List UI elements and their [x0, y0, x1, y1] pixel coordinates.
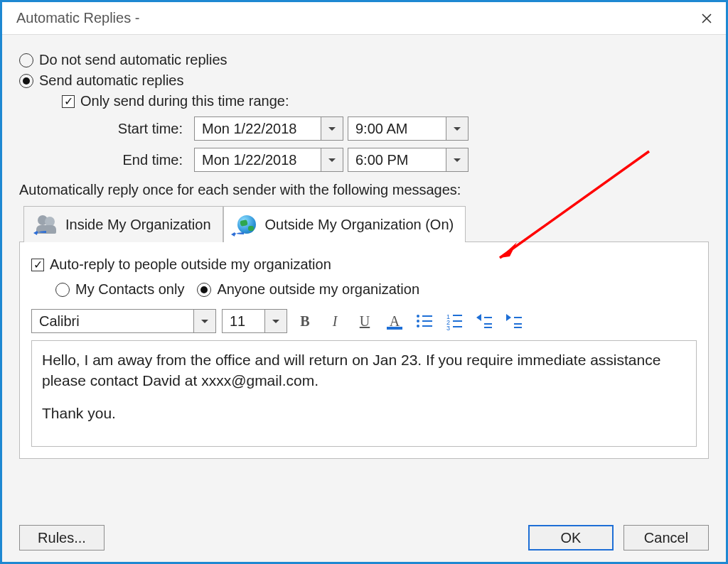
message-body: Hello, I am away from the office and wil…	[42, 349, 686, 391]
dialog-content: Do not send automatic replies Send autom…	[2, 35, 726, 459]
cancel-button-label: Cancel	[644, 530, 688, 546]
window-title: Automatic Replies -	[16, 10, 139, 26]
ok-button[interactable]: OK	[528, 525, 614, 551]
titlebar: Automatic Replies -	[2, 2, 726, 35]
do-not-send-option[interactable]: Do not send automatic replies	[19, 52, 709, 68]
ok-button-label: OK	[561, 530, 582, 546]
only-range-label: Only send during this time range:	[80, 93, 289, 109]
checkbox-icon	[31, 259, 44, 271]
font-family-value: Calibri	[32, 310, 194, 332]
close-button[interactable]	[692, 6, 722, 31]
numbered-list-button[interactable]: 1 2 3	[442, 309, 466, 333]
chevron-down-icon	[194, 310, 215, 332]
chevron-down-icon	[321, 117, 343, 140]
tab-outside-organization[interactable]: Outside My Organization (On)	[223, 206, 466, 242]
cancel-button[interactable]: Cancel	[623, 525, 709, 551]
start-date-dropdown[interactable]: Mon 1/22/2018	[194, 116, 343, 141]
only-send-range-checkbox[interactable]: Only send during this time range:	[62, 93, 709, 109]
format-toolbar: Calibri 11 B I U A	[31, 309, 697, 333]
do-not-send-label: Do not send automatic replies	[39, 52, 228, 68]
start-date-value: Mon 1/22/2018	[195, 117, 321, 140]
chevron-down-icon	[265, 310, 287, 332]
radio-icon	[19, 74, 33, 88]
time-range-grid: Start time: Mon 1/22/2018 9:00 AM End ti…	[97, 116, 709, 172]
chevron-down-icon	[446, 117, 468, 140]
chevron-down-icon	[446, 148, 468, 171]
end-time-label: End time:	[97, 152, 190, 168]
auto-reply-outside-label: Auto-reply to people outside my organiza…	[50, 256, 331, 273]
my-contacts-only-option[interactable]: My Contacts only	[55, 281, 184, 298]
tabs-header: Inside My Organization Outside My Organi…	[23, 205, 709, 242]
send-automatic-replies-option[interactable]: Send automatic replies	[19, 72, 709, 89]
font-color-button[interactable]: A	[382, 309, 407, 333]
tab-inside-label: Inside My Organization	[65, 217, 211, 233]
font-color-a-icon: A	[390, 314, 400, 328]
italic-button[interactable]: I	[323, 309, 347, 333]
people-icon	[36, 214, 58, 235]
message-signoff: Thank you.	[42, 403, 686, 423]
end-date-value: Mon 1/22/2018	[195, 148, 321, 171]
font-size-dropdown[interactable]: 11	[222, 309, 287, 333]
checkbox-icon	[62, 95, 75, 108]
end-time-value: 6:00 PM	[348, 148, 446, 171]
radio-icon	[55, 283, 70, 297]
button-bar: Rules... OK Cancel	[19, 525, 709, 551]
close-icon	[701, 13, 712, 24]
anyone-outside-option[interactable]: Anyone outside my organization	[197, 281, 419, 298]
increase-indent-button[interactable]	[502, 309, 526, 333]
tabs-container: Inside My Organization Outside My Organi…	[19, 205, 709, 459]
end-date-dropdown[interactable]: Mon 1/22/2018	[194, 148, 343, 172]
start-time-value: 9:00 AM	[348, 117, 446, 140]
send-label: Send automatic replies	[39, 72, 183, 89]
globe-icon	[235, 214, 258, 235]
tab-outside-label: Outside My Organization (On)	[265, 217, 454, 233]
message-editor[interactable]: Hello, I am away from the office and wil…	[31, 340, 697, 447]
font-family-dropdown[interactable]: Calibri	[31, 309, 216, 333]
anyone-outside-label: Anyone outside my organization	[217, 281, 419, 298]
font-size-value: 11	[223, 310, 265, 332]
tab-panel-outside: Auto-reply to people outside my organiza…	[19, 242, 709, 459]
decrease-indent-button[interactable]	[472, 309, 496, 333]
outside-scope-group: My Contacts only Anyone outside my organ…	[55, 277, 697, 302]
automatic-replies-dialog: Automatic Replies - Do not send automati…	[0, 0, 728, 564]
my-contacts-only-label: My Contacts only	[75, 281, 184, 298]
end-time-dropdown[interactable]: 6:00 PM	[348, 148, 469, 172]
chevron-down-icon	[321, 148, 343, 171]
bulleted-list-button[interactable]	[412, 309, 437, 333]
start-time-label: Start time:	[97, 121, 190, 137]
radio-icon	[19, 53, 33, 67]
font-color-bar	[387, 327, 402, 330]
tab-inside-organization[interactable]: Inside My Organization	[23, 206, 223, 242]
auto-reply-outside-checkbox[interactable]: Auto-reply to people outside my organiza…	[31, 256, 697, 273]
bold-button[interactable]: B	[293, 309, 317, 333]
start-time-dropdown[interactable]: 9:00 AM	[348, 116, 469, 141]
rules-button[interactable]: Rules...	[19, 525, 105, 551]
rules-button-label: Rules...	[38, 530, 86, 546]
each-sender-label: Automatically reply once for each sender…	[19, 182, 709, 198]
underline-button[interactable]: U	[353, 309, 377, 333]
radio-icon	[197, 283, 211, 297]
